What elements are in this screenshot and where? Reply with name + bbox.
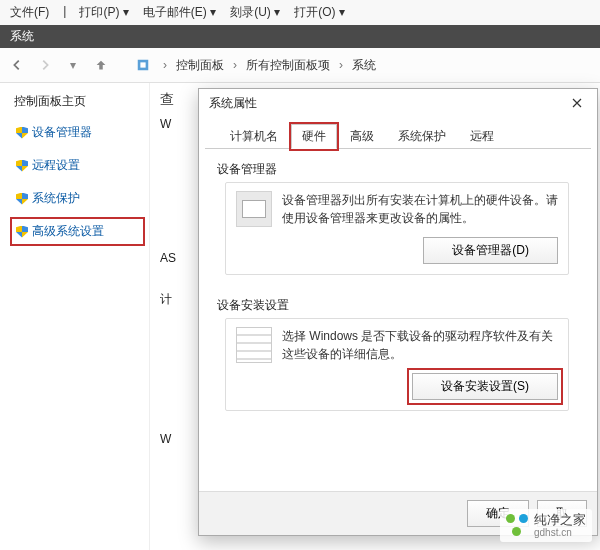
sidebar-item-remote[interactable]: 远程设置 [14, 155, 141, 176]
section-install-settings: 设备安装设置 选择 Windows 是否下载设备的驱动程序软件及有关这些设备的详… [217, 297, 581, 417]
shield-icon [16, 226, 28, 238]
watermark: 纯净之家 gdhst.cn [500, 509, 592, 542]
menu-open[interactable]: 打开(O) ▾ [294, 4, 345, 21]
breadcrumb-all[interactable]: 所有控制面板项 [246, 57, 330, 74]
watermark-logo-icon [506, 514, 528, 536]
breadcrumb-sep: › [233, 58, 237, 72]
install-settings-icon [236, 327, 272, 363]
sidebar-item-label: 设备管理器 [32, 124, 92, 141]
navbar: ▾ › 控制面板 › 所有控制面板项 › 系统 [0, 48, 600, 83]
watermark-url: gdhst.cn [534, 527, 586, 538]
device-manager-icon [236, 191, 272, 227]
tab-remote[interactable]: 远程 [459, 124, 505, 149]
dialog-tabs: 计算机名 硬件 高级 系统保护 远程 [205, 117, 591, 149]
tab-advanced[interactable]: 高级 [339, 124, 385, 149]
sidebar-item-system-protection[interactable]: 系统保护 [14, 188, 141, 209]
shield-icon [16, 160, 28, 172]
nav-back-icon[interactable] [6, 54, 28, 76]
tab-hardware[interactable]: 硬件 [291, 124, 337, 149]
breadcrumb-current[interactable]: 系统 [352, 57, 376, 74]
svg-rect-1 [140, 62, 145, 67]
main-stub: AS [160, 249, 188, 267]
menu-burn[interactable]: 刻录(U) ▾ [230, 4, 280, 21]
menu-print[interactable]: 打印(P) ▾ [79, 4, 128, 21]
watermark-name: 纯净之家 [534, 513, 586, 527]
shield-icon [16, 127, 28, 139]
nav-home-icon [132, 54, 154, 76]
section-heading: 设备管理器 [217, 161, 581, 178]
breadcrumb-sep: › [163, 58, 167, 72]
device-manager-button[interactable]: 设备管理器(D) [423, 237, 558, 264]
section-heading: 设备安装设置 [217, 297, 581, 314]
sidebar-item-advanced-settings[interactable]: 高级系统设置 [14, 221, 141, 242]
shield-icon [16, 193, 28, 205]
breadcrumb-root[interactable]: 控制面板 [176, 57, 224, 74]
sidebar-item-device-manager[interactable]: 设备管理器 [14, 122, 141, 143]
main-stub: W [160, 115, 188, 133]
section-device-manager: 设备管理器 设备管理器列出所有安装在计算机上的硬件设备。请使用设备管理器来更改设… [217, 161, 581, 281]
system-properties-dialog: 系统属性 计算机名 硬件 高级 系统保护 远程 设备管理器 设备管理器列出所有安… [198, 88, 598, 536]
tab-system-protection[interactable]: 系统保护 [387, 124, 457, 149]
window-title: 系统 [0, 25, 600, 48]
menu-separator: | [63, 4, 65, 21]
menubar: 文件(F) | 打印(P) ▾ 电子邮件(E) ▾ 刻录(U) ▾ 打开(O) … [0, 0, 600, 25]
main-stub: W [160, 430, 188, 448]
tab-computer-name[interactable]: 计算机名 [219, 124, 289, 149]
install-settings-desc: 选择 Windows 是否下载设备的驱动程序软件及有关这些设备的详细信息。 [282, 327, 558, 363]
groupbox-device-manager: 设备管理器列出所有安装在计算机上的硬件设备。请使用设备管理器来更改设备的属性。 … [225, 182, 569, 275]
sidebar-item-label: 系统保护 [32, 190, 80, 207]
nav-dropdown-icon[interactable]: ▾ [62, 54, 84, 76]
sidebar: 控制面板主页 设备管理器 远程设置 系统保护 高级系统设置 [0, 83, 150, 550]
nav-up-icon[interactable] [90, 54, 112, 76]
install-settings-button[interactable]: 设备安装设置(S) [412, 373, 558, 400]
dialog-titlebar: 系统属性 [199, 89, 597, 117]
main-stub: 计 [160, 289, 188, 310]
menu-email[interactable]: 电子邮件(E) ▾ [143, 4, 216, 21]
sidebar-title: 控制面板主页 [14, 93, 141, 110]
breadcrumb-sep: › [339, 58, 343, 72]
dialog-close-button[interactable] [563, 93, 591, 113]
sidebar-item-label: 远程设置 [32, 157, 80, 174]
dialog-title: 系统属性 [209, 95, 257, 112]
groupbox-install-settings: 选择 Windows 是否下载设备的驱动程序软件及有关这些设备的详细信息。 设备… [225, 318, 569, 411]
nav-forward-icon[interactable] [34, 54, 56, 76]
device-manager-desc: 设备管理器列出所有安装在计算机上的硬件设备。请使用设备管理器来更改设备的属性。 [282, 191, 558, 227]
sidebar-item-label: 高级系统设置 [32, 223, 104, 240]
menu-file[interactable]: 文件(F) [10, 4, 49, 21]
